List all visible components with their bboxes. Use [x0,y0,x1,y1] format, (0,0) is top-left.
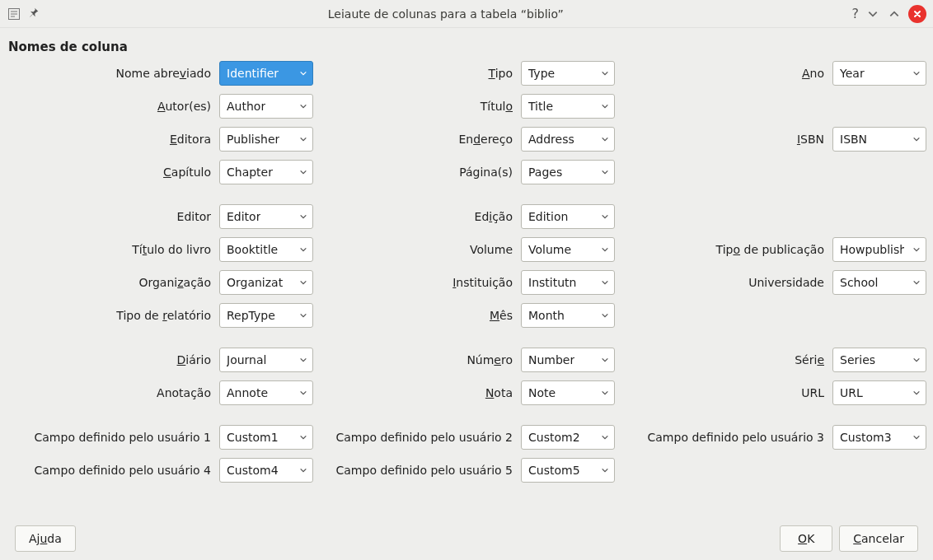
close-icon[interactable] [908,5,926,23]
section-title: Nomes de coluna [8,36,925,61]
combo-address[interactable]: Address [521,127,615,152]
combo-title[interactable]: Title [521,94,615,119]
help-icon[interactable]: ? [852,6,860,21]
chevron-down-icon [601,278,609,287]
combo-edition[interactable]: Edition [521,204,615,229]
group-2: Editor Editor Edição Edition Título do l… [8,204,925,328]
chevron-down-icon [299,311,307,320]
form-area: Nome abreviado Identifier Tipo Type Ano … [8,61,925,483]
label-editor: Editor [8,210,219,223]
chevron-down-icon [299,433,307,441]
combo-university[interactable]: School [832,270,926,295]
combo-authors[interactable]: Author [219,94,313,119]
chevron-down-icon [601,69,609,77]
combo-volume[interactable]: Volume [521,237,615,262]
combo-booktitle[interactable]: Booktitle [219,237,313,262]
combo-annotation[interactable]: Annote [219,380,313,405]
combo-year[interactable]: Year [832,61,926,86]
label-volume: Volume [313,243,521,256]
combo-note[interactable]: Note [521,380,615,405]
chevron-down-icon [601,102,609,110]
label-organization: Organização [8,276,219,289]
window-title: Leiaute de colunas para a tabela “biblio… [328,7,564,21]
combo-type[interactable]: Type [521,61,615,86]
label-title: Título [313,100,521,113]
chevron-down-icon [601,466,609,474]
chevron-down-icon [601,168,609,176]
label-publisher: Editora [8,133,219,146]
combo-howpublished[interactable]: Howpublish [832,237,926,262]
label-chapter: Capítulo [8,166,219,179]
chevron-down-icon [299,466,307,474]
pin-icon[interactable] [28,7,40,21]
combo-custom1[interactable]: Custom1 [219,425,313,450]
combo-custom4[interactable]: Custom4 [219,458,313,483]
titlebar: Leiaute de colunas para a tabela “biblio… [0,0,933,28]
combo-organization[interactable]: Organizat [219,270,313,295]
maximize-icon[interactable] [887,7,902,21]
combo-custom2[interactable]: Custom2 [521,425,615,450]
combo-url[interactable]: URL [832,380,926,405]
combo-report-type[interactable]: RepType [219,303,313,328]
chevron-down-icon [912,135,921,143]
chevron-down-icon [299,135,307,143]
group-3: Diário Journal Número Number Série Serie… [8,348,925,405]
chevron-down-icon [299,245,307,254]
chevron-down-icon [299,278,307,287]
chevron-down-icon [299,69,307,77]
combo-chapter[interactable]: Chapter [219,160,313,184]
chevron-down-icon [299,356,307,364]
label-isbn: ISBN [615,133,832,146]
chevron-down-icon [601,389,609,397]
chevron-down-icon [601,433,609,441]
group-1: Nome abreviado Identifier Tipo Type Ano … [8,61,925,184]
chevron-down-icon [601,212,609,221]
combo-number[interactable]: Number [521,348,615,372]
chevron-down-icon [299,212,307,221]
label-authors: Autor(es) [8,100,219,113]
ok-button[interactable]: OK [780,525,832,552]
content: Nomes de coluna Nome abreviado Identifie… [0,28,933,483]
combo-institution[interactable]: Institutn [521,270,615,295]
label-edition: Edição [313,210,521,223]
label-custom5: Campo definido pelo usuário 5 [313,464,521,477]
label-url: URL [615,386,832,399]
label-booktitle: Título do livro [8,243,219,256]
chevron-down-icon [299,389,307,397]
chevron-down-icon [601,356,609,364]
label-annotation: Anotação [8,386,219,399]
chevron-down-icon [299,102,307,110]
combo-series[interactable]: Series [832,348,926,372]
app-icon [7,7,21,21]
minimize-icon[interactable] [865,7,880,21]
chevron-down-icon [601,245,609,254]
chevron-down-icon [912,278,921,287]
label-custom1: Campo definido pelo usuário 1 [8,431,219,444]
help-button[interactable]: Ajuda [15,525,76,552]
chevron-down-icon [299,168,307,176]
chevron-down-icon [601,311,609,320]
chevron-down-icon [912,433,921,441]
cancel-button[interactable]: Cancelar [839,525,918,552]
label-journal: Diário [8,353,219,366]
combo-short-name[interactable]: Identifier [219,61,313,86]
combo-editor[interactable]: Editor [219,204,313,229]
label-type: Tipo [313,67,521,80]
combo-month[interactable]: Month [521,303,615,328]
footer: Ajuda OK Cancelar [0,525,933,552]
combo-custom3[interactable]: Custom3 [832,425,926,450]
label-number: Número [313,353,521,366]
chevron-down-icon [912,356,921,364]
combo-isbn[interactable]: ISBN [832,127,926,152]
label-university: Universidade [615,276,832,289]
label-custom3: Campo definido pelo usuário 3 [615,431,832,444]
combo-custom5[interactable]: Custom5 [521,458,615,483]
label-year: Ano [615,67,832,80]
combo-journal[interactable]: Journal [219,348,313,372]
chevron-down-icon [912,389,921,397]
combo-pages[interactable]: Pages [521,160,615,184]
label-report-type: Tipo de relatório [8,309,219,322]
chevron-down-icon [912,69,921,77]
chevron-down-icon [912,245,921,254]
combo-publisher[interactable]: Publisher [219,127,313,152]
